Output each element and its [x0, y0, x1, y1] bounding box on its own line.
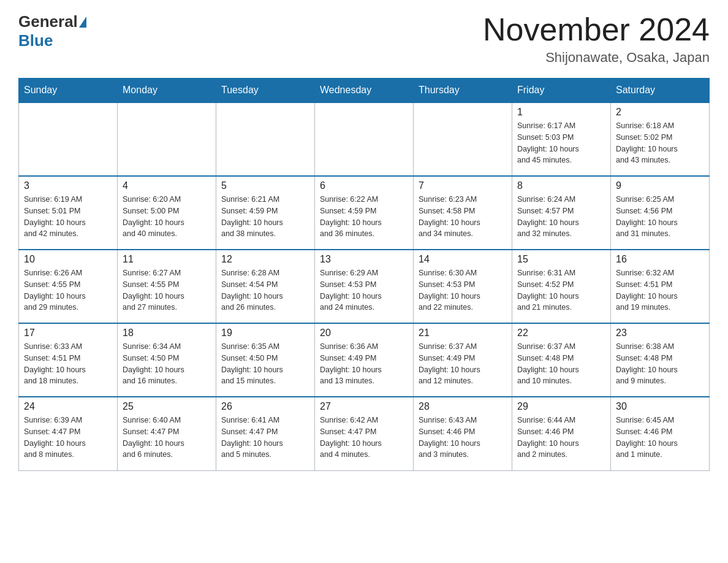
day-info: Sunrise: 6:22 AMSunset: 4:59 PMDaylight:…: [320, 194, 408, 240]
title-block: November 2024 Shijonawate, Osaka, Japan: [483, 12, 710, 66]
day-number: 17: [24, 327, 112, 339]
day-info: Sunrise: 6:38 AMSunset: 4:48 PMDaylight:…: [616, 341, 704, 387]
day-of-week-header: Tuesday: [216, 79, 315, 103]
day-info: Sunrise: 6:25 AMSunset: 4:56 PMDaylight:…: [616, 194, 704, 240]
week-row: 10Sunrise: 6:26 AMSunset: 4:55 PMDayligh…: [19, 250, 710, 323]
day-number: 26: [221, 401, 309, 412]
calendar-cell: 10Sunrise: 6:26 AMSunset: 4:55 PMDayligh…: [19, 250, 118, 323]
day-info: Sunrise: 6:43 AMSunset: 4:46 PMDaylight:…: [419, 415, 507, 461]
calendar-cell: 16Sunrise: 6:32 AMSunset: 4:51 PMDayligh…: [611, 250, 710, 323]
day-number: 4: [123, 180, 211, 191]
day-number: 25: [123, 401, 211, 412]
logo: General Blue: [18, 12, 88, 50]
day-info: Sunrise: 6:17 AMSunset: 5:03 PMDaylight:…: [517, 120, 605, 166]
day-number: 20: [320, 327, 408, 339]
day-number: 12: [221, 254, 309, 265]
day-number: 27: [320, 401, 408, 412]
calendar-cell: 20Sunrise: 6:36 AMSunset: 4:49 PMDayligh…: [315, 323, 414, 397]
calendar-cell: 12Sunrise: 6:28 AMSunset: 4:54 PMDayligh…: [216, 250, 315, 323]
day-info: Sunrise: 6:32 AMSunset: 4:51 PMDaylight:…: [616, 267, 704, 313]
day-info: Sunrise: 6:36 AMSunset: 4:49 PMDaylight:…: [320, 341, 408, 387]
day-info: Sunrise: 6:27 AMSunset: 4:55 PMDaylight:…: [123, 267, 211, 313]
day-of-week-header: Monday: [118, 79, 216, 103]
day-number: 13: [320, 254, 408, 265]
day-info: Sunrise: 6:21 AMSunset: 4:59 PMDaylight:…: [221, 194, 309, 240]
day-info: Sunrise: 6:19 AMSunset: 5:01 PMDaylight:…: [24, 194, 112, 240]
day-info: Sunrise: 6:41 AMSunset: 4:47 PMDaylight:…: [221, 415, 309, 461]
day-info: Sunrise: 6:26 AMSunset: 4:55 PMDaylight:…: [24, 267, 112, 313]
day-info: Sunrise: 6:39 AMSunset: 4:47 PMDaylight:…: [24, 415, 112, 461]
calendar-cell: 2Sunrise: 6:18 AMSunset: 5:02 PMDaylight…: [611, 102, 710, 176]
calendar-cell: 22Sunrise: 6:37 AMSunset: 4:48 PMDayligh…: [512, 323, 611, 397]
calendar-cell: 28Sunrise: 6:43 AMSunset: 4:46 PMDayligh…: [414, 397, 512, 470]
day-info: Sunrise: 6:42 AMSunset: 4:47 PMDaylight:…: [320, 415, 408, 461]
calendar-cell: 13Sunrise: 6:29 AMSunset: 4:53 PMDayligh…: [315, 250, 414, 323]
calendar-cell: 26Sunrise: 6:41 AMSunset: 4:47 PMDayligh…: [216, 397, 315, 470]
day-info: Sunrise: 6:31 AMSunset: 4:52 PMDaylight:…: [517, 267, 605, 313]
day-number: 30: [616, 401, 704, 412]
calendar-cell: [118, 102, 216, 176]
day-info: Sunrise: 6:28 AMSunset: 4:54 PMDaylight:…: [221, 267, 309, 313]
calendar-table: SundayMondayTuesdayWednesdayThursdayFrid…: [18, 78, 710, 471]
calendar-cell: 17Sunrise: 6:33 AMSunset: 4:51 PMDayligh…: [19, 323, 118, 397]
day-number: 7: [419, 180, 507, 191]
day-number: 22: [517, 327, 605, 339]
day-number: 1: [517, 107, 605, 118]
week-row: 1Sunrise: 6:17 AMSunset: 5:03 PMDaylight…: [19, 102, 710, 176]
logo-blue-text: Blue: [18, 31, 53, 50]
day-number: 2: [616, 107, 704, 118]
day-number: 21: [419, 327, 507, 339]
day-number: 10: [24, 254, 112, 265]
day-number: 11: [123, 254, 211, 265]
week-row: 3Sunrise: 6:19 AMSunset: 5:01 PMDaylight…: [19, 176, 710, 250]
calendar-cell: 3Sunrise: 6:19 AMSunset: 5:01 PMDaylight…: [19, 176, 118, 250]
day-info: Sunrise: 6:20 AMSunset: 5:00 PMDaylight:…: [123, 194, 211, 240]
calendar-cell: 29Sunrise: 6:44 AMSunset: 4:46 PMDayligh…: [512, 397, 611, 470]
day-of-week-header: Friday: [512, 79, 611, 103]
day-number: 3: [24, 180, 112, 191]
calendar-cell: 5Sunrise: 6:21 AMSunset: 4:59 PMDaylight…: [216, 176, 315, 250]
day-number: 6: [320, 180, 408, 191]
day-number: 23: [616, 327, 704, 339]
day-info: Sunrise: 6:23 AMSunset: 4:58 PMDaylight:…: [419, 194, 507, 240]
day-info: Sunrise: 6:45 AMSunset: 4:46 PMDaylight:…: [616, 415, 704, 461]
calendar-cell: 8Sunrise: 6:24 AMSunset: 4:57 PMDaylight…: [512, 176, 611, 250]
day-info: Sunrise: 6:24 AMSunset: 4:57 PMDaylight:…: [517, 194, 605, 240]
day-number: 19: [221, 327, 309, 339]
calendar-cell: 7Sunrise: 6:23 AMSunset: 4:58 PMDaylight…: [414, 176, 512, 250]
location-title: Shijonawate, Osaka, Japan: [483, 50, 710, 66]
calendar-cell: 14Sunrise: 6:30 AMSunset: 4:53 PMDayligh…: [414, 250, 512, 323]
logo-triangle-icon: [79, 17, 86, 28]
calendar-cell: 21Sunrise: 6:37 AMSunset: 4:49 PMDayligh…: [414, 323, 512, 397]
day-number: 28: [419, 401, 507, 412]
calendar-cell: 6Sunrise: 6:22 AMSunset: 4:59 PMDaylight…: [315, 176, 414, 250]
day-info: Sunrise: 6:35 AMSunset: 4:50 PMDaylight:…: [221, 341, 309, 387]
calendar-cell: 27Sunrise: 6:42 AMSunset: 4:47 PMDayligh…: [315, 397, 414, 470]
day-of-week-header: Thursday: [414, 79, 512, 103]
day-number: 15: [517, 254, 605, 265]
calendar-cell: 9Sunrise: 6:25 AMSunset: 4:56 PMDaylight…: [611, 176, 710, 250]
calendar-cell: 25Sunrise: 6:40 AMSunset: 4:47 PMDayligh…: [118, 397, 216, 470]
day-number: 14: [419, 254, 507, 265]
day-number: 24: [24, 401, 112, 412]
calendar-cell: 18Sunrise: 6:34 AMSunset: 4:50 PMDayligh…: [118, 323, 216, 397]
day-info: Sunrise: 6:44 AMSunset: 4:46 PMDaylight:…: [517, 415, 605, 461]
calendar-cell: 15Sunrise: 6:31 AMSunset: 4:52 PMDayligh…: [512, 250, 611, 323]
calendar-cell: 19Sunrise: 6:35 AMSunset: 4:50 PMDayligh…: [216, 323, 315, 397]
day-number: 29: [517, 401, 605, 412]
day-info: Sunrise: 6:29 AMSunset: 4:53 PMDaylight:…: [320, 267, 408, 313]
day-info: Sunrise: 6:33 AMSunset: 4:51 PMDaylight:…: [24, 341, 112, 387]
page-header: General Blue November 2024 Shijonawate, …: [18, 12, 710, 66]
calendar-cell: 1Sunrise: 6:17 AMSunset: 5:03 PMDaylight…: [512, 102, 611, 176]
day-info: Sunrise: 6:18 AMSunset: 5:02 PMDaylight:…: [616, 120, 704, 166]
day-number: 16: [616, 254, 704, 265]
day-info: Sunrise: 6:34 AMSunset: 4:50 PMDaylight:…: [123, 341, 211, 387]
day-number: 5: [221, 180, 309, 191]
calendar-cell: 4Sunrise: 6:20 AMSunset: 5:00 PMDaylight…: [118, 176, 216, 250]
calendar-cell: [414, 102, 512, 176]
calendar-cell: 23Sunrise: 6:38 AMSunset: 4:48 PMDayligh…: [611, 323, 710, 397]
calendar-cell: 30Sunrise: 6:45 AMSunset: 4:46 PMDayligh…: [611, 397, 710, 470]
day-info: Sunrise: 6:30 AMSunset: 4:53 PMDaylight:…: [419, 267, 507, 313]
day-info: Sunrise: 6:37 AMSunset: 4:48 PMDaylight:…: [517, 341, 605, 387]
calendar-cell: [19, 102, 118, 176]
